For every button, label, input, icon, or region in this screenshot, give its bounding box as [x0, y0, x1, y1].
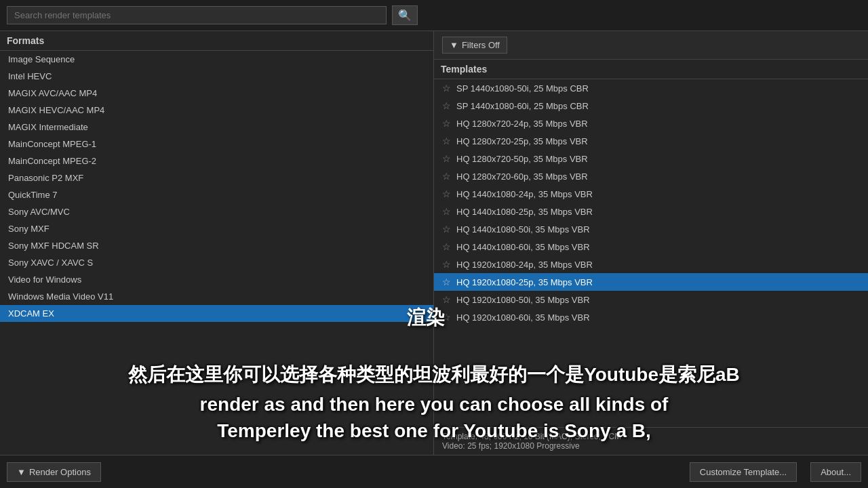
template-label: SP 1440x1080-60i, 25 Mbps CBR [456, 101, 589, 111]
template-label: HQ 1440x1080-50i, 35 Mbps VBR [456, 224, 590, 235]
star-icon: ☆ [442, 153, 451, 164]
format-item-quicktime-7[interactable]: QuickTime 7 [0, 186, 433, 203]
template-label: HQ 1440x1080-60i, 35 Mbps VBR [456, 242, 590, 252]
template-info-line2: Video: 25 fps; 1920x1080 Progressive [442, 441, 860, 451]
search-input[interactable] [7, 6, 387, 24]
template-label: HQ 1920x1080-24p, 35 Mbps VBR [456, 260, 593, 270]
star-icon: ☆ [442, 259, 451, 270]
template-item-3[interactable]: ☆HQ 868x488-25p, 35 Mbps VBR [434, 132, 868, 150]
render-options-button[interactable]: ▼ Render Options [7, 462, 101, 482]
left-panel: Formats Image SequenceIntel HEVCMAGIX AV… [0, 31, 434, 455]
star-icon: ☆ [442, 188, 451, 199]
search-bar: 🔍 [0, 0, 868, 31]
customize-template-button[interactable]: Customize Template... [690, 462, 797, 482]
template-item-4[interactable]: ☆HQ 868x488-50p, 35 Mbps VBR [434, 150, 868, 167]
template-item-10[interactable]: ☆HQ 1920x1080-24p, 35 Mbps VBR [434, 256, 868, 273]
format-list: Image SequenceIntel HEVCMAGIX AVC/AAC MP… [0, 51, 433, 455]
star-icon: ☆ [442, 241, 451, 252]
template-label: HQ 1920x1080-50i, 35 Mbps VBR [456, 295, 590, 305]
format-item-sony-mxf-hdcam[interactable]: Sony MXF HDCAM SR [0, 237, 433, 254]
template-label: SP 1440x1080-50i, 25 Mbps CBR [456, 83, 589, 94]
chevron-down-icon: ▼ [17, 467, 26, 477]
template-label: HQ 868x488-24p, 35 Mbps VBR [456, 119, 588, 129]
template-item-8[interactable]: ☆HQ 1440x1080-50i, 35 Mbps VBR [434, 220, 868, 238]
star-icon: ☆ [442, 277, 451, 287]
star-icon: ☆ [442, 294, 451, 305]
template-label: HQ 868x488-25p, 35 Mbps VBR [456, 136, 588, 146]
star-icon: ☆ [442, 312, 451, 323]
search-button[interactable]: 🔍 [392, 5, 418, 25]
about-button[interactable]: About... [810, 462, 861, 482]
template-label: HQ 1440x1080-24p, 35 Mbps VBR [456, 189, 593, 199]
format-item-magix-intermediate[interactable]: MAGIX Intermediate [0, 119, 433, 136]
star-icon: ☆ [442, 171, 451, 182]
template-item-0[interactable]: ☆SP 1440x1080-50i, 25 Mbps CBR [434, 79, 868, 97]
star-icon: ☆ [442, 83, 451, 94]
format-item-mainconcept-mpeg2[interactable]: MainConcept MPEG-2 [0, 152, 433, 169]
filters-bar: ▼ Filters Off [434, 31, 868, 60]
format-item-windows-media-video[interactable]: Windows Media Video V11 [0, 288, 433, 305]
template-item-7[interactable]: ☆HQ 1440x1080-25p, 35 Mbps VBR [434, 203, 868, 220]
bottom-left: ▼ Render Options [7, 462, 101, 482]
format-item-xdcam-ex[interactable]: XDCAM EX [0, 305, 433, 322]
format-item-magix-avc-mp4[interactable]: MAGIX AVC/AAC MP4 [0, 85, 433, 102]
render-options-label: Render Options [29, 467, 91, 477]
template-label: HQ 1920x1080-60i, 35 Mbps VBR [456, 312, 590, 323]
format-item-sony-xavc[interactable]: Sony XAVC / XAVC S [0, 254, 433, 271]
search-icon: 🔍 [398, 9, 412, 21]
format-item-panasonic-p2-mxf[interactable]: Panasonic P2 MXF [0, 169, 433, 186]
star-icon: ☆ [442, 206, 451, 217]
star-icon: ☆ [442, 224, 451, 235]
bottom-right: Customize Template... About... [690, 462, 861, 482]
template-label: HQ 1440x1080-25p, 35 Mbps VBR [456, 207, 593, 217]
star-icon: ☆ [442, 136, 451, 146]
template-label: HQ 868x488-60p, 35 Mbps VBR [456, 171, 588, 182]
format-item-video-for-windows[interactable]: Video for Windows [0, 271, 433, 288]
filters-dropdown[interactable]: ▼ Filters Off [442, 37, 507, 54]
main-layout: Formats Image SequenceIntel HEVCMAGIX AV… [0, 31, 868, 455]
right-panel: ▼ Filters Off Templates ☆SP 1440x1080-50… [434, 31, 868, 455]
bottom-bar: ▼ Render Options Customize Template... A… [0, 455, 868, 488]
template-label: HQ 1920x1080-25p, 35 Mbps VBR [456, 277, 593, 287]
templates-header: Templates [434, 60, 868, 79]
template-label: HQ 868x488-50p, 35 Mbps VBR [456, 154, 588, 164]
format-item-intel-hevc[interactable]: Intel HEVC [0, 68, 433, 85]
template-item-11[interactable]: ☆HQ 1920x1080-25p, 35 Mbps VBR [434, 273, 868, 291]
format-item-sony-mxf[interactable]: Sony MXF [0, 220, 433, 237]
format-item-sony-avc-mvc[interactable]: Sony AVC/MVC [0, 203, 433, 220]
format-item-mainconcept-mpeg1[interactable]: MainConcept MPEG-1 [0, 136, 433, 152]
star-icon: ☆ [442, 118, 451, 129]
template-item-13[interactable]: ☆HQ 1920x1080-60i, 35 Mbps VBR [434, 308, 868, 326]
formats-header: Formats [0, 31, 433, 51]
template-info-line1: Template: 48, 000 Hz; 16 Bit (MAC); Ster… [442, 432, 860, 441]
template-item-2[interactable]: ☆HQ 868x488-24p, 35 Mbps VBR [434, 115, 868, 132]
template-list: ☆SP 1440x1080-50i, 25 Mbps CBR☆SP 1440x1… [434, 79, 868, 427]
star-icon: ☆ [442, 100, 451, 111]
filters-label: Filters Off [462, 40, 500, 50]
template-item-9[interactable]: ☆HQ 1440x1080-60i, 35 Mbps VBR [434, 238, 868, 256]
format-item-magix-hevc-mp4[interactable]: MAGIX HEVC/AAC MP4 [0, 102, 433, 119]
template-info: Template: 48, 000 Hz; 16 Bit (MAC); Ster… [434, 427, 868, 455]
template-item-6[interactable]: ☆HQ 1440x1080-24p, 35 Mbps VBR [434, 185, 868, 203]
template-item-5[interactable]: ☆HQ 868x488-60p, 35 Mbps VBR [434, 167, 868, 185]
chevron-down-icon: ▼ [450, 40, 458, 50]
template-item-12[interactable]: ☆HQ 1920x1080-50i, 35 Mbps VBR [434, 291, 868, 308]
format-item-image-sequence[interactable]: Image Sequence [0, 51, 433, 68]
template-item-1[interactable]: ☆SP 1440x1080-60i, 25 Mbps CBR [434, 97, 868, 115]
